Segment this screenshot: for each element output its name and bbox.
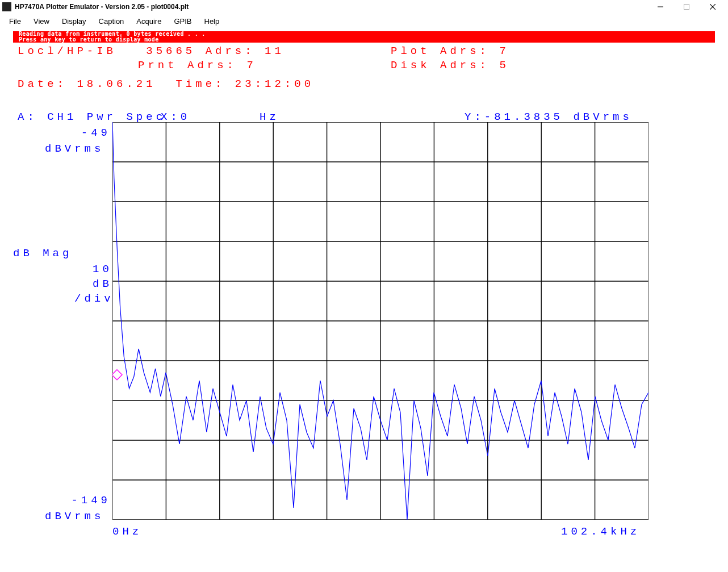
window-titlebar: HP7470A Plotter Emulator - Version 2.05 … [0, 0, 728, 14]
y-bot-unit: dBVrms [45, 510, 104, 523]
y-top-unit: dBVrms [45, 143, 104, 155]
banner-line2: Press any key to return to display mode [19, 37, 709, 43]
hdr-disk-adrs: Disk Adrs: 5 [391, 59, 509, 72]
app-icon [2, 2, 11, 11]
y-top-val: -49 [77, 127, 111, 139]
maximize-button[interactable] [673, 0, 700, 14]
window-title: HP7470A Plotter Emulator - Version 2.05 … [15, 3, 647, 11]
y-scale-per: /div [74, 293, 114, 305]
y-scale-val: 10 [93, 263, 111, 275]
trace-label: A: CH1 Pwr Spec [18, 111, 166, 123]
cursor-y: Y:-81.3835 dBVrms [465, 111, 633, 123]
menu-acquire[interactable]: Acquire [131, 16, 167, 27]
menu-gpib[interactable]: GPIB [168, 16, 197, 27]
close-button[interactable] [700, 0, 726, 14]
hdr-locl: Locl/HP-IB 35665 Adrs: 11 [18, 45, 284, 57]
hdr-prnt-adrs: Prnt Adrs: 7 [138, 59, 257, 72]
menubar: File View Display Caption Acquire GPIB H… [0, 14, 728, 28]
svg-rect-1 [684, 5, 689, 10]
chart-svg [112, 122, 648, 520]
menu-display[interactable]: Display [56, 16, 92, 27]
minimize-button[interactable] [647, 0, 673, 14]
y-mid-label: dB Mag [13, 247, 72, 260]
chart [112, 122, 648, 520]
status-banner: Reading data from instrument, 0 bytes re… [13, 31, 715, 43]
plot-canvas: Reading data from instrument, 0 bytes re… [13, 31, 715, 560]
menu-file[interactable]: File [3, 16, 27, 27]
menu-help[interactable]: Help [199, 16, 225, 27]
y-bot-val: -149 [68, 494, 111, 507]
cursor-x: X:0 Hz [161, 111, 279, 123]
menu-caption[interactable]: Caption [93, 16, 130, 27]
y-scale-unit: dB [93, 278, 111, 290]
menu-view[interactable]: View [28, 16, 55, 27]
hdr-date-time: Date: 18.06.21 Time: 23:12:00 [18, 78, 314, 90]
x-end: 102.4kHz [561, 525, 640, 538]
x-start: 0Hz [112, 525, 142, 538]
hdr-plot-adrs: Plot Adrs: 7 [391, 45, 509, 57]
